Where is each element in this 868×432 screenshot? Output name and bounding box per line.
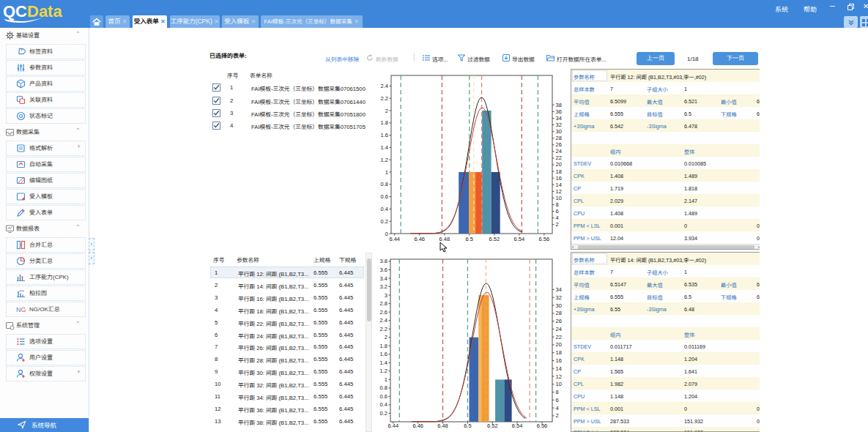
- svg-text:32: 32: [556, 122, 562, 128]
- svg-text:30: 30: [556, 128, 562, 135]
- svg-text:0.2: 0.2: [380, 410, 387, 417]
- svg-text:0.8: 0.8: [381, 181, 388, 187]
- svg-text:8: 8: [556, 389, 559, 395]
- svg-text:24: 24: [556, 326, 562, 332]
- svg-text:16: 16: [556, 175, 562, 182]
- svg-text:2.4: 2.4: [381, 83, 388, 89]
- svg-text:6.5: 6.5: [466, 236, 473, 242]
- svg-text:1.2: 1.2: [380, 368, 387, 374]
- svg-text:2: 2: [556, 221, 559, 228]
- svg-text:1.2: 1.2: [381, 157, 388, 163]
- svg-text:34: 34: [556, 115, 562, 122]
- svg-text:3.2: 3.2: [380, 283, 387, 290]
- svg-text:2: 2: [385, 108, 388, 114]
- svg-text:2.2: 2.2: [381, 95, 388, 102]
- svg-text:22: 22: [556, 154, 562, 161]
- svg-text:0.8: 0.8: [380, 384, 387, 391]
- svg-text:12: 12: [556, 188, 562, 195]
- svg-text:26: 26: [556, 141, 562, 148]
- svg-text:1.4: 1.4: [380, 360, 387, 366]
- svg-text:12: 12: [556, 373, 562, 380]
- svg-text:QC: QC: [3, 2, 27, 21]
- svg-text:18: 18: [556, 349, 562, 356]
- svg-text:0.4: 0.4: [380, 401, 387, 408]
- svg-text:2.6: 2.6: [380, 309, 387, 316]
- svg-text:1.8: 1.8: [381, 119, 388, 126]
- svg-text:36: 36: [556, 108, 562, 115]
- svg-text:6: 6: [556, 397, 559, 403]
- svg-text:32: 32: [556, 294, 562, 301]
- svg-text:28: 28: [556, 135, 562, 141]
- svg-text:1: 1: [385, 169, 388, 176]
- svg-text:2.2: 2.2: [380, 326, 387, 332]
- svg-text:4: 4: [556, 405, 559, 411]
- svg-text:1: 1: [385, 376, 387, 383]
- svg-text:2.8: 2.8: [380, 300, 387, 307]
- svg-text:6: 6: [556, 208, 559, 215]
- svg-text:6.52: 6.52: [489, 236, 500, 242]
- svg-text:6.56: 6.56: [539, 236, 550, 242]
- svg-text:3.8: 3.8: [380, 258, 387, 264]
- svg-text:6.54: 6.54: [514, 236, 525, 242]
- svg-text:22: 22: [556, 334, 562, 340]
- svg-text:2: 2: [385, 334, 387, 340]
- svg-text:2: 2: [556, 412, 559, 419]
- svg-text:0.4: 0.4: [381, 206, 388, 212]
- svg-text:14: 14: [556, 182, 562, 188]
- svg-text:34: 34: [556, 286, 562, 293]
- svg-text:3.6: 3.6: [380, 267, 387, 273]
- svg-text:20: 20: [556, 341, 562, 348]
- svg-text:4: 4: [556, 215, 559, 221]
- svg-text:3.4: 3.4: [380, 275, 387, 282]
- svg-text:16: 16: [556, 357, 562, 364]
- svg-text:8: 8: [556, 201, 559, 208]
- svg-text:6.44: 6.44: [389, 236, 400, 242]
- svg-text:38: 38: [556, 102, 562, 108]
- svg-text:1.8: 1.8: [380, 343, 387, 349]
- svg-text:24: 24: [556, 148, 562, 154]
- svg-text:28: 28: [556, 310, 562, 316]
- svg-text:0.2: 0.2: [381, 218, 388, 225]
- svg-text:10: 10: [556, 381, 562, 387]
- svg-text:2.4: 2.4: [380, 317, 387, 324]
- svg-text:18: 18: [556, 168, 562, 175]
- svg-text:1.6: 1.6: [381, 132, 388, 138]
- svg-text:0: 0: [385, 231, 388, 237]
- svg-text:14: 14: [556, 365, 562, 372]
- svg-text:26: 26: [556, 318, 562, 324]
- svg-text:1.4: 1.4: [381, 144, 388, 151]
- svg-text:30: 30: [556, 302, 562, 309]
- svg-text:Data: Data: [27, 2, 62, 21]
- svg-text:0.6: 0.6: [380, 393, 387, 400]
- svg-text:10: 10: [556, 195, 562, 201]
- svg-text:3: 3: [385, 292, 387, 299]
- svg-text:20: 20: [556, 161, 562, 168]
- svg-text:1.6: 1.6: [380, 351, 387, 357]
- svg-text:6.46: 6.46: [414, 236, 425, 242]
- svg-text:0.6: 0.6: [381, 193, 388, 200]
